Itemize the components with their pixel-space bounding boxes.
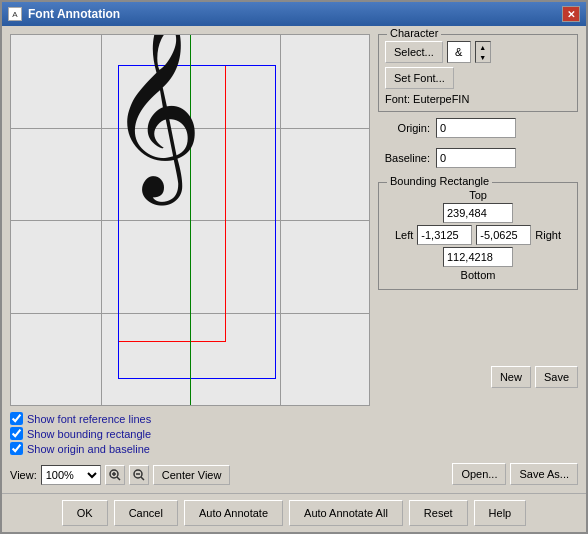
- bounding-rect-label: Bounding Rectangle: [387, 175, 492, 187]
- char-spinner-down[interactable]: ▼: [476, 52, 490, 62]
- font-annotation-window: A Font Annotation ✕: [0, 0, 588, 534]
- grid-vline-1: [101, 35, 102, 405]
- origin-row: Origin:: [378, 118, 578, 138]
- show-origin-checkbox[interactable]: [10, 442, 23, 455]
- title-bar: A Font Annotation ✕: [2, 2, 586, 26]
- bounding-rect-group: Bounding Rectangle Top Left Right: [378, 182, 578, 290]
- br-middle-row: Left Right: [385, 225, 571, 245]
- open-button[interactable]: Open...: [452, 463, 506, 485]
- font-label: Font: EuterpeFIN: [385, 93, 571, 105]
- show-bounding-label: Show bounding rectangle: [27, 428, 151, 440]
- bottom-bar: OK Cancel Auto Annotate Auto Annotate Al…: [2, 493, 586, 532]
- view-label: View:: [10, 469, 37, 481]
- center-view-button[interactable]: Center View: [153, 465, 231, 485]
- select-button[interactable]: Select...: [385, 41, 443, 63]
- treble-clef-char: 𝄞: [108, 34, 203, 185]
- show-font-ref-label: Show font reference lines: [27, 413, 151, 425]
- baseline-label: Baseline:: [378, 152, 430, 164]
- save-button[interactable]: Save: [535, 366, 578, 388]
- char-select-row: Select... & ▲ ▼: [385, 41, 571, 63]
- zoom-out-icon: [133, 469, 145, 481]
- help-button[interactable]: Help: [474, 500, 527, 526]
- origin-input[interactable]: [436, 118, 516, 138]
- show-font-ref-row: Show font reference lines: [10, 412, 370, 425]
- window-title: Font Annotation: [28, 7, 120, 21]
- br-left-label: Left: [395, 229, 413, 241]
- auto-annotate-all-button[interactable]: Auto Annotate All: [289, 500, 403, 526]
- svg-line-6: [141, 477, 144, 480]
- new-button[interactable]: New: [491, 366, 531, 388]
- character-group-label: Character: [387, 27, 441, 39]
- svg-line-3: [117, 477, 120, 480]
- char-spinner: ▲ ▼: [475, 41, 491, 63]
- br-top-input[interactable]: [443, 203, 513, 223]
- br-bottom-label: Bottom: [461, 269, 496, 281]
- show-origin-label: Show origin and baseline: [27, 443, 150, 455]
- right-panel: Character Select... & ▲ ▼ Set Font... Fo…: [378, 34, 578, 485]
- br-right-input[interactable]: [476, 225, 531, 245]
- zoom-in-icon: [109, 469, 121, 481]
- close-button[interactable]: ✕: [562, 6, 580, 22]
- checkboxes-area: Show font reference lines Show bounding …: [10, 412, 370, 455]
- br-bottom-input[interactable]: [443, 247, 513, 267]
- char-display: &: [447, 41, 471, 63]
- set-font-row: Set Font...: [385, 67, 571, 89]
- character-group: Character Select... & ▲ ▼ Set Font... Fo…: [378, 34, 578, 112]
- show-bounding-checkbox[interactable]: [10, 427, 23, 440]
- ok-button[interactable]: OK: [62, 500, 108, 526]
- br-top-row: Top: [385, 189, 571, 223]
- auto-annotate-button[interactable]: Auto Annotate: [184, 500, 283, 526]
- char-spinner-up[interactable]: ▲: [476, 42, 490, 52]
- action-buttons-2: Open... Save As...: [378, 463, 578, 485]
- annotation-canvas: 𝄞: [10, 34, 370, 406]
- baseline-row: Baseline:: [378, 148, 578, 168]
- canvas-area: 𝄞 Show font reference lines Show boundin…: [10, 34, 370, 485]
- cancel-button[interactable]: Cancel: [114, 500, 178, 526]
- action-buttons: New Save: [378, 366, 578, 388]
- zoom-in-button[interactable]: [105, 465, 125, 485]
- baseline-input[interactable]: [436, 148, 516, 168]
- show-origin-row: Show origin and baseline: [10, 442, 370, 455]
- origin-label: Origin:: [378, 122, 430, 134]
- br-bottom-row: Bottom: [385, 247, 571, 281]
- set-font-button[interactable]: Set Font...: [385, 67, 454, 89]
- show-font-ref-checkbox[interactable]: [10, 412, 23, 425]
- save-as-button[interactable]: Save As...: [510, 463, 578, 485]
- grid-vline-3: [280, 35, 281, 405]
- br-right-label: Right: [535, 229, 561, 241]
- reset-button[interactable]: Reset: [409, 500, 468, 526]
- zoom-out-button[interactable]: [129, 465, 149, 485]
- view-zoom-select[interactable]: 100% 50% 75% 125% 150% 200%: [41, 465, 101, 485]
- br-left-input[interactable]: [417, 225, 472, 245]
- view-row: View: 100% 50% 75% 125% 150% 200%: [10, 465, 370, 485]
- br-top-label: Top: [469, 189, 487, 201]
- window-icon: A: [8, 7, 22, 21]
- show-bounding-row: Show bounding rectangle: [10, 427, 370, 440]
